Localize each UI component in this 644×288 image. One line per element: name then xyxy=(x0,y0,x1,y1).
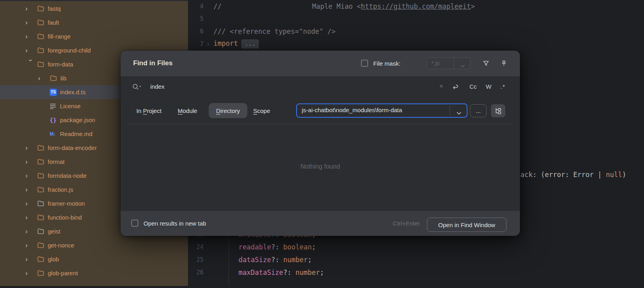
tree-item-fill-range[interactable]: fill-range xyxy=(0,29,188,43)
scope-tab-scope[interactable]: Scope xyxy=(253,107,270,114)
code-line: 4 //Maple Miao <https://github.com/maple… xyxy=(188,0,644,13)
code-line: 5 xyxy=(188,13,644,25)
type-token: number xyxy=(283,256,308,264)
file-mask-checkbox[interactable] xyxy=(361,60,368,67)
tree-item-label: geist xyxy=(48,228,60,235)
scope-row: In Project Module Directory Scope js-ai-… xyxy=(120,98,520,123)
keyword-token: import xyxy=(213,39,238,47)
search-input[interactable]: index xyxy=(150,83,165,90)
folder-icon xyxy=(37,242,48,248)
chevron-right-icon[interactable] xyxy=(38,75,50,82)
newline-icon[interactable] xyxy=(452,83,459,91)
scope-tab-directory-selected[interactable]: Directory xyxy=(209,103,247,118)
directory-path-field[interactable]: js-ai-chatbot\node_modules\form-data xyxy=(296,103,467,118)
comment-token: /// <reference types="node" /> xyxy=(213,27,336,35)
folder-icon xyxy=(37,256,48,262)
scope-mnemonic: D xyxy=(216,107,220,114)
code-line: 7 › import... xyxy=(188,38,644,51)
file-mask-value: *.js xyxy=(431,60,440,66)
search-row: index × Cc W .* xyxy=(120,76,520,98)
regex-toggle[interactable]: .* xyxy=(500,83,505,90)
tree-item-fault[interactable]: fault xyxy=(0,16,188,29)
line-number: 4 xyxy=(188,3,204,10)
folder-icon xyxy=(50,75,60,81)
scope-tab-module[interactable]: Module xyxy=(178,107,197,114)
chevron-right-icon[interactable] xyxy=(25,159,37,165)
tree-item-get-nonce[interactable]: get-nonce xyxy=(0,238,188,252)
scope-mnemonic: M xyxy=(178,107,183,114)
chevron-right-icon[interactable] xyxy=(25,228,37,235)
chevron-right-icon[interactable] xyxy=(25,256,37,263)
chevron-right-icon[interactable] xyxy=(25,145,37,151)
fold-chevron-icon[interactable]: › xyxy=(206,41,210,48)
scope-label: irectory xyxy=(220,107,240,114)
folder-icon xyxy=(37,6,48,12)
chevron-right-icon[interactable] xyxy=(25,214,37,221)
code-line: 26 maxDataSize?: number; xyxy=(188,266,644,279)
tree-item-label: fraction.js xyxy=(48,186,73,193)
chevron-right-icon[interactable] xyxy=(25,19,37,26)
punct-token: ; xyxy=(320,269,324,276)
tree-item-label: formdata-node xyxy=(48,172,87,179)
chevron-right-icon[interactable] xyxy=(25,6,37,12)
dialog-header[interactable]: Find in Files File mask: *.js xyxy=(120,51,520,76)
tree-item-label: fill-range xyxy=(48,33,71,40)
chevron-right-icon[interactable] xyxy=(25,242,37,249)
type-token: number xyxy=(295,269,320,276)
chevron-right-icon[interactable] xyxy=(25,200,37,207)
type-token: boolean xyxy=(283,243,312,251)
scope-label: In xyxy=(136,107,143,114)
folder-icon xyxy=(37,214,48,220)
chevron-right-icon[interactable] xyxy=(25,47,37,54)
whole-words-toggle[interactable]: W xyxy=(486,83,491,90)
comment-token: Maple Miao < xyxy=(312,2,361,10)
line-number: 7 xyxy=(188,41,204,48)
tree-item-label: lib xyxy=(60,75,66,82)
code-line: 25 dataSize?: number; xyxy=(188,253,644,266)
search-icon[interactable] xyxy=(132,83,142,93)
browse-label: ... xyxy=(476,107,481,114)
tree-item-glob-parent[interactable]: glob-parent xyxy=(0,266,188,280)
chevron-right-icon[interactable] xyxy=(25,33,37,40)
folder-gray-icon xyxy=(37,228,48,234)
tree-item-label: form-data xyxy=(48,61,73,68)
open-results-new-tab-checkbox[interactable] xyxy=(131,220,138,227)
clear-search-icon[interactable]: × xyxy=(439,82,443,90)
tree-item-label: glob-parent xyxy=(48,270,78,276)
file-mask-combo[interactable]: *.js xyxy=(427,57,470,69)
code-line: 6 /// <reference types="node" /> xyxy=(188,25,644,38)
punct-token: ?: xyxy=(271,256,283,264)
chevron-right-icon[interactable] xyxy=(25,270,37,276)
property-token: readable xyxy=(239,243,271,251)
scope-label: roject xyxy=(147,107,162,114)
scope-tab-in-project[interactable]: In Project xyxy=(136,107,161,114)
tree-item-fastq[interactable]: fastq xyxy=(0,2,188,16)
tree-item-label: form-data-encoder xyxy=(48,144,97,151)
chevron-down-icon[interactable] xyxy=(460,62,465,69)
top-divider xyxy=(0,0,188,1)
open-in-find-window-button[interactable]: Open in Find Window xyxy=(427,218,506,232)
folder-gray-icon xyxy=(37,200,48,206)
comment-link[interactable]: https://github.com/mapleeit xyxy=(361,2,471,10)
tree-item-glob[interactable]: glob xyxy=(0,252,188,266)
match-case-toggle[interactable]: Cc xyxy=(469,83,477,90)
property-token: maxDataSize xyxy=(239,269,283,276)
folder-icon xyxy=(37,33,48,39)
chevron-down-icon[interactable] xyxy=(27,59,34,71)
line-number: 24 xyxy=(188,243,204,251)
browse-directory-button[interactable]: ... xyxy=(470,104,487,117)
filter-icon[interactable] xyxy=(483,60,489,68)
keyword-token: null xyxy=(606,171,622,179)
directory-path-value[interactable]: js-ai-chatbot\node_modules\form-data xyxy=(302,107,445,113)
folded-code-chip[interactable]: ... xyxy=(241,39,258,49)
chevron-down-icon[interactable] xyxy=(456,109,462,117)
line-number: 26 xyxy=(188,269,204,276)
chevron-right-icon[interactable] xyxy=(25,173,37,179)
scope-structure-button[interactable] xyxy=(491,104,505,117)
pin-icon[interactable] xyxy=(500,60,507,68)
chevron-right-icon[interactable] xyxy=(25,187,37,193)
line-number: 25 xyxy=(188,256,204,263)
punct-token: ) xyxy=(622,171,626,179)
folder-icon xyxy=(37,159,48,165)
empty-results-message: Nothing found xyxy=(120,163,520,170)
